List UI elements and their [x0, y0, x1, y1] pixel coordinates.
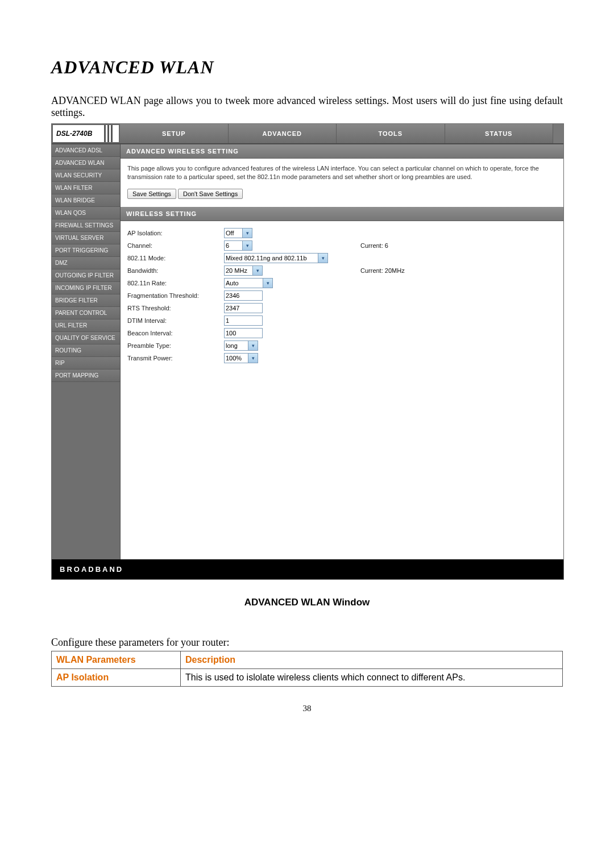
dtim-input[interactable]: [224, 315, 263, 326]
sidebar-item[interactable]: WLAN FILTER: [52, 182, 120, 194]
tab-advanced[interactable]: ADVANCED: [229, 124, 337, 143]
figure-caption: ADVANCED WLAN Window: [51, 597, 563, 608]
sidebar-item[interactable]: ADVANCED ADSL: [52, 144, 120, 157]
channel-current: Current: 6: [332, 242, 557, 249]
bandwidth-select[interactable]: ▾: [224, 265, 263, 276]
table-header-desc: Description: [181, 651, 563, 669]
page-number: 38: [51, 704, 563, 713]
frag-label: Fragmentation Threshold:: [127, 292, 224, 299]
channel-select[interactable]: ▾: [224, 240, 252, 251]
panel-advanced-wireless-heading: ADVANCED WIRELESS SETTING: [121, 144, 563, 159]
sidebar-item[interactable]: INCOMING IP FILTER: [52, 282, 120, 294]
tx-label: Transmit Power:: [127, 355, 224, 362]
brand-label: DSL-2740B: [52, 124, 120, 143]
frag-input[interactable]: [224, 290, 263, 301]
parameters-table: WLAN Parameters Description AP Isolation…: [51, 651, 563, 687]
config-intro: Configure these parameters for your rout…: [51, 637, 563, 649]
chevron-down-icon[interactable]: ▾: [242, 240, 252, 251]
sidebar-item[interactable]: ROUTING: [52, 344, 120, 357]
chevron-down-icon[interactable]: ▾: [248, 340, 258, 351]
beacon-label: Beacon Interval:: [127, 330, 224, 337]
sidebar-item[interactable]: WLAN SECURITY: [52, 169, 120, 182]
chevron-down-icon[interactable]: ▾: [252, 265, 263, 276]
sidebar: ADVANCED ADSL ADVANCED WLAN WLAN SECURIT…: [52, 144, 121, 559]
ap-isolation-select[interactable]: ▾: [224, 228, 252, 238]
dont-save-settings-button[interactable]: Don't Save Settings: [178, 189, 243, 199]
tab-status[interactable]: STATUS: [445, 124, 554, 143]
bandwidth-current: Current: 20MHz: [332, 267, 557, 274]
rate-label: 802.11n Rate:: [127, 280, 224, 286]
sidebar-item[interactable]: VIRTUAL SERVER: [52, 232, 120, 244]
dtim-label: DTIM Interval:: [127, 317, 224, 324]
tab-setup[interactable]: SETUP: [120, 124, 229, 143]
sidebar-item[interactable]: RIP: [52, 357, 120, 369]
sidebar-item[interactable]: WLAN QOS: [52, 207, 120, 219]
ap-isolation-label: AP Isolation:: [127, 230, 224, 236]
tx-select[interactable]: ▾: [224, 353, 258, 363]
chevron-down-icon[interactable]: ▾: [248, 353, 258, 363]
save-settings-button[interactable]: Save Settings: [127, 189, 176, 199]
rate-select[interactable]: ▾: [224, 278, 273, 288]
chevron-down-icon[interactable]: ▾: [242, 228, 252, 238]
mode-select[interactable]: ▾: [224, 253, 328, 263]
sidebar-item[interactable]: PORT TRIGGERING: [52, 244, 120, 257]
router-screenshot: DSL-2740B SETUP ADVANCED TOOLS STATUS AD…: [51, 123, 564, 580]
sidebar-item[interactable]: PORT MAPPING: [52, 369, 120, 382]
sidebar-item[interactable]: QUALITY OF SERVICE: [52, 332, 120, 344]
preamble-select[interactable]: ▾: [224, 340, 258, 351]
sidebar-item[interactable]: BRIDGE FILTER: [52, 294, 120, 307]
tab-tools[interactable]: TOOLS: [337, 124, 445, 143]
bandwidth-label: Bandwidth:: [127, 267, 224, 274]
sidebar-item[interactable]: OUTGOING IP FILTER: [52, 269, 120, 282]
rts-label: RTS Threshold:: [127, 305, 224, 312]
sidebar-item[interactable]: PARENT CONTROL: [52, 307, 120, 319]
chevron-down-icon[interactable]: ▾: [263, 278, 273, 288]
panel-description: This page allows you to configure advanc…: [127, 164, 557, 182]
sidebar-item[interactable]: DMZ: [52, 257, 120, 269]
preamble-label: Preamble Type:: [127, 342, 224, 349]
sidebar-item[interactable]: ADVANCED WLAN: [52, 157, 120, 169]
rts-input[interactable]: [224, 303, 263, 313]
channel-label: Channel:: [127, 242, 224, 249]
sidebar-item[interactable]: FIREWALL SETTINGS: [52, 219, 120, 232]
table-row-desc: This is used to islolate wireless client…: [181, 669, 563, 687]
chevron-down-icon[interactable]: ▾: [318, 253, 328, 263]
panel-wireless-setting-heading: WIRELESS SETTING: [121, 207, 563, 221]
intro-text: ADVANCED WLAN page allows you to tweek m…: [51, 95, 563, 119]
footer-broadband: BROADBAND: [52, 559, 563, 579]
mode-label: 802.11 Mode:: [127, 255, 224, 261]
beacon-input[interactable]: [224, 328, 263, 338]
table-row-param: AP Isolation: [52, 669, 181, 687]
table-header-param: WLAN Parameters: [52, 651, 181, 669]
page-title: ADVANCED WLAN: [51, 57, 563, 78]
sidebar-item[interactable]: WLAN BRIDGE: [52, 194, 120, 207]
sidebar-item[interactable]: URL FILTER: [52, 319, 120, 332]
